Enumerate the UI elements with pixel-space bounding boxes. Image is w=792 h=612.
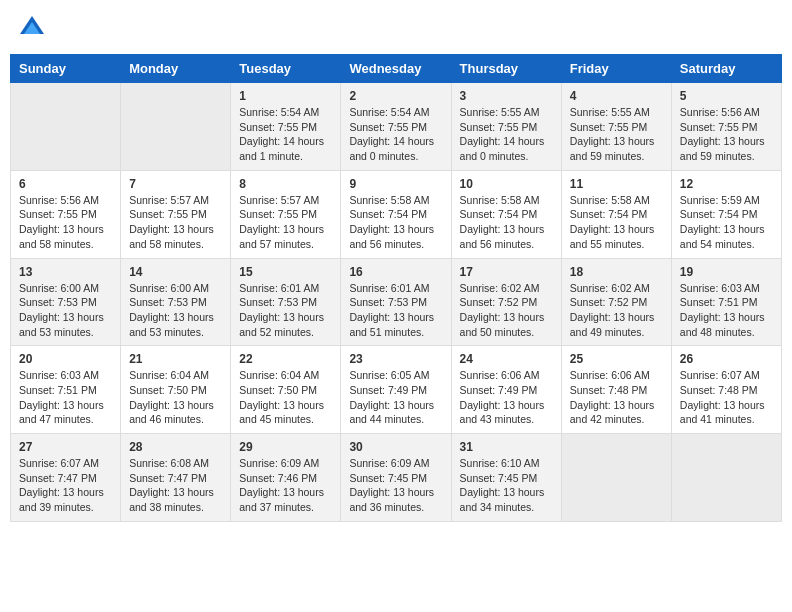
day-info: Sunrise: 5:55 AMSunset: 7:55 PMDaylight:… [460,105,553,164]
calendar-day-cell: 23Sunrise: 6:05 AMSunset: 7:49 PMDayligh… [341,346,451,434]
day-number: 1 [239,89,332,103]
calendar-day-cell: 28Sunrise: 6:08 AMSunset: 7:47 PMDayligh… [121,434,231,522]
day-number: 13 [19,265,112,279]
calendar-day-cell: 24Sunrise: 6:06 AMSunset: 7:49 PMDayligh… [451,346,561,434]
calendar-day-cell [121,83,231,171]
day-info: Sunrise: 6:02 AMSunset: 7:52 PMDaylight:… [570,281,663,340]
day-info: Sunrise: 5:57 AMSunset: 7:55 PMDaylight:… [239,193,332,252]
day-number: 24 [460,352,553,366]
calendar-header-thursday: Thursday [451,55,561,83]
day-info: Sunrise: 5:59 AMSunset: 7:54 PMDaylight:… [680,193,773,252]
day-info: Sunrise: 5:54 AMSunset: 7:55 PMDaylight:… [239,105,332,164]
calendar-week-row: 20Sunrise: 6:03 AMSunset: 7:51 PMDayligh… [11,346,782,434]
logo-icon [18,14,46,42]
day-info: Sunrise: 5:58 AMSunset: 7:54 PMDaylight:… [460,193,553,252]
day-number: 21 [129,352,222,366]
calendar-header-tuesday: Tuesday [231,55,341,83]
day-info: Sunrise: 6:01 AMSunset: 7:53 PMDaylight:… [239,281,332,340]
day-number: 26 [680,352,773,366]
calendar-day-cell: 26Sunrise: 6:07 AMSunset: 7:48 PMDayligh… [671,346,781,434]
calendar-day-cell: 29Sunrise: 6:09 AMSunset: 7:46 PMDayligh… [231,434,341,522]
day-number: 31 [460,440,553,454]
day-info: Sunrise: 6:04 AMSunset: 7:50 PMDaylight:… [239,368,332,427]
day-number: 19 [680,265,773,279]
day-number: 3 [460,89,553,103]
day-info: Sunrise: 6:00 AMSunset: 7:53 PMDaylight:… [129,281,222,340]
calendar-day-cell [11,83,121,171]
day-number: 11 [570,177,663,191]
day-number: 10 [460,177,553,191]
calendar-day-cell: 7Sunrise: 5:57 AMSunset: 7:55 PMDaylight… [121,170,231,258]
calendar-day-cell: 14Sunrise: 6:00 AMSunset: 7:53 PMDayligh… [121,258,231,346]
day-info: Sunrise: 6:06 AMSunset: 7:49 PMDaylight:… [460,368,553,427]
day-number: 27 [19,440,112,454]
calendar-header-wednesday: Wednesday [341,55,451,83]
day-info: Sunrise: 6:05 AMSunset: 7:49 PMDaylight:… [349,368,442,427]
calendar-day-cell: 2Sunrise: 5:54 AMSunset: 7:55 PMDaylight… [341,83,451,171]
calendar-week-row: 13Sunrise: 6:00 AMSunset: 7:53 PMDayligh… [11,258,782,346]
day-info: Sunrise: 6:09 AMSunset: 7:46 PMDaylight:… [239,456,332,515]
calendar-day-cell: 17Sunrise: 6:02 AMSunset: 7:52 PMDayligh… [451,258,561,346]
calendar-day-cell: 10Sunrise: 5:58 AMSunset: 7:54 PMDayligh… [451,170,561,258]
day-number: 20 [19,352,112,366]
calendar-header-friday: Friday [561,55,671,83]
day-info: Sunrise: 5:57 AMSunset: 7:55 PMDaylight:… [129,193,222,252]
calendar-day-cell: 3Sunrise: 5:55 AMSunset: 7:55 PMDaylight… [451,83,561,171]
day-number: 15 [239,265,332,279]
calendar-day-cell: 18Sunrise: 6:02 AMSunset: 7:52 PMDayligh… [561,258,671,346]
calendar-day-cell: 12Sunrise: 5:59 AMSunset: 7:54 PMDayligh… [671,170,781,258]
calendar-week-row: 27Sunrise: 6:07 AMSunset: 7:47 PMDayligh… [11,434,782,522]
day-number: 18 [570,265,663,279]
day-info: Sunrise: 5:58 AMSunset: 7:54 PMDaylight:… [349,193,442,252]
page-header [10,10,782,46]
day-number: 4 [570,89,663,103]
calendar-day-cell: 19Sunrise: 6:03 AMSunset: 7:51 PMDayligh… [671,258,781,346]
calendar-day-cell: 30Sunrise: 6:09 AMSunset: 7:45 PMDayligh… [341,434,451,522]
day-info: Sunrise: 6:00 AMSunset: 7:53 PMDaylight:… [19,281,112,340]
day-info: Sunrise: 6:04 AMSunset: 7:50 PMDaylight:… [129,368,222,427]
day-info: Sunrise: 6:07 AMSunset: 7:47 PMDaylight:… [19,456,112,515]
day-number: 25 [570,352,663,366]
day-info: Sunrise: 6:02 AMSunset: 7:52 PMDaylight:… [460,281,553,340]
day-info: Sunrise: 5:55 AMSunset: 7:55 PMDaylight:… [570,105,663,164]
calendar-day-cell: 15Sunrise: 6:01 AMSunset: 7:53 PMDayligh… [231,258,341,346]
day-number: 9 [349,177,442,191]
calendar-day-cell: 27Sunrise: 6:07 AMSunset: 7:47 PMDayligh… [11,434,121,522]
day-info: Sunrise: 6:01 AMSunset: 7:53 PMDaylight:… [349,281,442,340]
day-number: 7 [129,177,222,191]
calendar-day-cell: 4Sunrise: 5:55 AMSunset: 7:55 PMDaylight… [561,83,671,171]
day-info: Sunrise: 6:07 AMSunset: 7:48 PMDaylight:… [680,368,773,427]
calendar-day-cell [671,434,781,522]
calendar-week-row: 6Sunrise: 5:56 AMSunset: 7:55 PMDaylight… [11,170,782,258]
day-info: Sunrise: 6:03 AMSunset: 7:51 PMDaylight:… [19,368,112,427]
calendar-day-cell: 16Sunrise: 6:01 AMSunset: 7:53 PMDayligh… [341,258,451,346]
calendar-header-row: SundayMondayTuesdayWednesdayThursdayFrid… [11,55,782,83]
day-info: Sunrise: 5:58 AMSunset: 7:54 PMDaylight:… [570,193,663,252]
calendar-day-cell: 31Sunrise: 6:10 AMSunset: 7:45 PMDayligh… [451,434,561,522]
calendar-day-cell: 21Sunrise: 6:04 AMSunset: 7:50 PMDayligh… [121,346,231,434]
day-number: 12 [680,177,773,191]
day-number: 23 [349,352,442,366]
day-info: Sunrise: 5:54 AMSunset: 7:55 PMDaylight:… [349,105,442,164]
day-info: Sunrise: 5:56 AMSunset: 7:55 PMDaylight:… [680,105,773,164]
calendar-header-sunday: Sunday [11,55,121,83]
calendar-day-cell: 5Sunrise: 5:56 AMSunset: 7:55 PMDaylight… [671,83,781,171]
day-number: 5 [680,89,773,103]
day-number: 30 [349,440,442,454]
day-number: 14 [129,265,222,279]
calendar-day-cell: 6Sunrise: 5:56 AMSunset: 7:55 PMDaylight… [11,170,121,258]
calendar-day-cell: 8Sunrise: 5:57 AMSunset: 7:55 PMDaylight… [231,170,341,258]
day-number: 8 [239,177,332,191]
calendar-header-saturday: Saturday [671,55,781,83]
day-number: 6 [19,177,112,191]
day-info: Sunrise: 6:03 AMSunset: 7:51 PMDaylight:… [680,281,773,340]
day-info: Sunrise: 6:09 AMSunset: 7:45 PMDaylight:… [349,456,442,515]
day-number: 22 [239,352,332,366]
day-info: Sunrise: 6:10 AMSunset: 7:45 PMDaylight:… [460,456,553,515]
day-number: 29 [239,440,332,454]
day-number: 2 [349,89,442,103]
calendar-table: SundayMondayTuesdayWednesdayThursdayFrid… [10,54,782,522]
calendar-day-cell: 13Sunrise: 6:00 AMSunset: 7:53 PMDayligh… [11,258,121,346]
calendar-day-cell: 25Sunrise: 6:06 AMSunset: 7:48 PMDayligh… [561,346,671,434]
calendar-week-row: 1Sunrise: 5:54 AMSunset: 7:55 PMDaylight… [11,83,782,171]
